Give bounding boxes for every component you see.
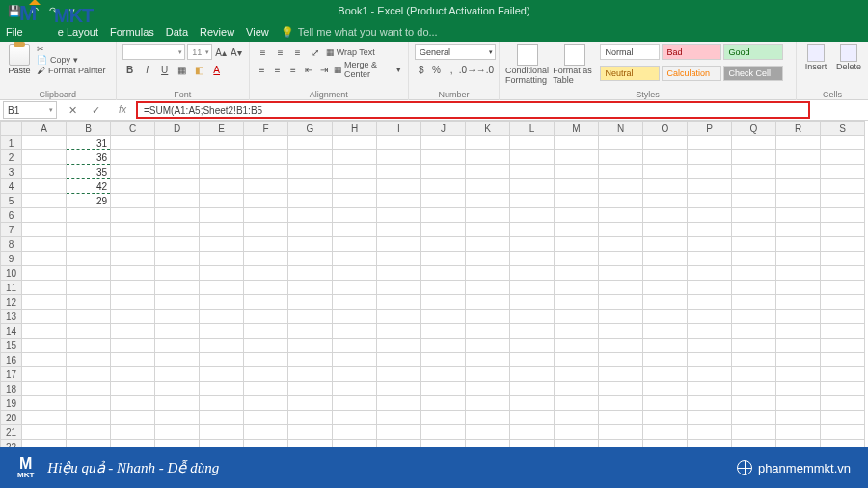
cell-O6[interactable]	[643, 208, 688, 223]
cell-D10[interactable]	[155, 266, 200, 281]
cell-E18[interactable]	[200, 382, 244, 396]
cell-E20[interactable]	[200, 411, 244, 425]
cell-A11[interactable]	[22, 281, 67, 295]
cell-F21[interactable]	[244, 425, 288, 440]
row-header-1[interactable]: 1	[1, 136, 22, 150]
cell-L14[interactable]	[510, 324, 555, 339]
cell-P18[interactable]	[688, 382, 732, 396]
cell-G22[interactable]	[288, 440, 333, 448]
cell-R17[interactable]	[776, 367, 821, 382]
cell-C21[interactable]	[111, 425, 155, 440]
cell-O1[interactable]	[643, 136, 688, 150]
cell-B5[interactable]: 29	[67, 194, 111, 208]
cell-B16[interactable]	[67, 353, 111, 367]
cell-P1[interactable]	[688, 136, 732, 150]
grow-font-icon[interactable]: A▴	[214, 44, 228, 60]
cell-M15[interactable]	[555, 339, 599, 353]
cell-E1[interactable]	[200, 136, 244, 150]
cell-A15[interactable]	[22, 339, 67, 353]
cell-M8[interactable]	[555, 237, 599, 252]
cell-Q10[interactable]	[732, 266, 776, 281]
row-header-2[interactable]: 2	[1, 150, 22, 165]
cell-L15[interactable]	[510, 339, 555, 353]
cell-A13[interactable]	[22, 310, 67, 324]
inc-decimal-icon[interactable]: .0→	[460, 62, 475, 77]
align-right-icon[interactable]: ≡	[286, 62, 300, 77]
cell-D11[interactable]	[155, 281, 200, 295]
cell-M21[interactable]	[555, 425, 599, 440]
cell-I20[interactable]	[377, 411, 421, 425]
col-header-H[interactable]: H	[333, 122, 377, 136]
cell-A20[interactable]	[22, 411, 67, 425]
col-header-K[interactable]: K	[466, 122, 510, 136]
border-button[interactable]: ▦	[175, 62, 190, 77]
cell-K7[interactable]	[466, 223, 510, 237]
wrap-text-button[interactable]: ▦ Wrap Text	[325, 44, 376, 60]
cell-R12[interactable]	[776, 295, 821, 310]
cell-A19[interactable]	[22, 396, 67, 411]
cell-F15[interactable]	[244, 339, 288, 353]
cell-E11[interactable]	[200, 281, 244, 295]
cell-N14[interactable]	[599, 324, 643, 339]
row-header-6[interactable]: 6	[1, 208, 22, 223]
cell-Q19[interactable]	[732, 396, 776, 411]
cell-L20[interactable]	[510, 411, 555, 425]
cell-G15[interactable]	[288, 339, 333, 353]
row-header-10[interactable]: 10	[1, 266, 22, 281]
cell-L21[interactable]	[510, 425, 555, 440]
cell-H16[interactable]	[333, 353, 377, 367]
cell-A7[interactable]	[22, 223, 67, 237]
cell-S18[interactable]	[821, 382, 865, 396]
align-center-icon[interactable]: ≡	[271, 62, 285, 77]
cell-G18[interactable]	[288, 382, 333, 396]
cell-Q9[interactable]	[732, 252, 776, 266]
cell-A14[interactable]	[22, 324, 67, 339]
cell-R7[interactable]	[776, 223, 821, 237]
cell-O10[interactable]	[643, 266, 688, 281]
cell-K17[interactable]	[466, 367, 510, 382]
cell-R20[interactable]	[776, 411, 821, 425]
cell-B9[interactable]	[67, 252, 111, 266]
cell-Q16[interactable]	[732, 353, 776, 367]
cell-P8[interactable]	[688, 237, 732, 252]
cell-P6[interactable]	[688, 208, 732, 223]
cell-K8[interactable]	[466, 237, 510, 252]
row-header-17[interactable]: 17	[1, 367, 22, 382]
cell-G21[interactable]	[288, 425, 333, 440]
cell-P13[interactable]	[688, 310, 732, 324]
cell-K6[interactable]	[466, 208, 510, 223]
cell-E13[interactable]	[200, 310, 244, 324]
cell-D19[interactable]	[155, 396, 200, 411]
insert-button[interactable]: Insert	[802, 44, 829, 71]
cell-B11[interactable]	[67, 281, 111, 295]
cell-K3[interactable]	[466, 165, 510, 179]
cell-Q12[interactable]	[732, 295, 776, 310]
cell-H3[interactable]	[333, 165, 377, 179]
cell-F8[interactable]	[244, 237, 288, 252]
cell-I4[interactable]	[377, 179, 421, 194]
cell-D16[interactable]	[155, 353, 200, 367]
cell-C20[interactable]	[111, 411, 155, 425]
cell-E2[interactable]	[200, 150, 244, 165]
style-normal[interactable]: Normal	[600, 44, 660, 60]
cell-D17[interactable]	[155, 367, 200, 382]
cell-G2[interactable]	[288, 150, 333, 165]
cell-I1[interactable]	[377, 136, 421, 150]
cell-E16[interactable]	[200, 353, 244, 367]
tab-formulas[interactable]: Formulas	[110, 26, 154, 38]
cell-F11[interactable]	[244, 281, 288, 295]
cell-K4[interactable]	[466, 179, 510, 194]
row-header-15[interactable]: 15	[1, 339, 22, 353]
cell-K22[interactable]	[466, 440, 510, 448]
row-header-19[interactable]: 19	[1, 396, 22, 411]
cell-J22[interactable]	[421, 440, 466, 448]
cell-G3[interactable]	[288, 165, 333, 179]
worksheet-grid[interactable]: ABCDEFGHIJKLMNOPQRS131236335442529678910…	[0, 121, 868, 447]
row-header-8[interactable]: 8	[1, 237, 22, 252]
cell-B8[interactable]	[67, 237, 111, 252]
cell-N21[interactable]	[599, 425, 643, 440]
cell-J19[interactable]	[421, 396, 466, 411]
cell-D5[interactable]	[155, 194, 200, 208]
orientation-icon[interactable]: ⤢	[308, 44, 323, 60]
cell-B17[interactable]	[67, 367, 111, 382]
